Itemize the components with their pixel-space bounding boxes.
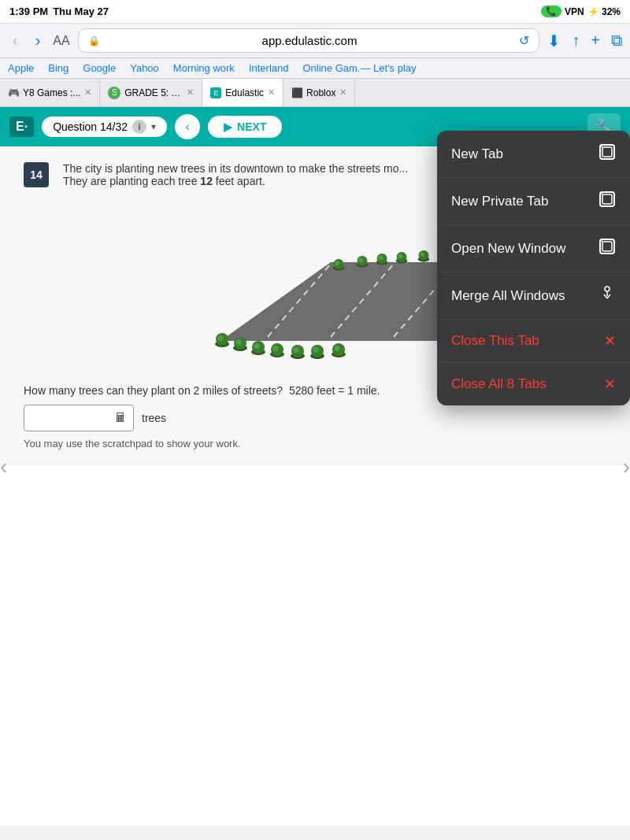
- dropdown-chevron-icon[interactable]: ▾: [151, 121, 156, 132]
- menu-item-merge-all-windows[interactable]: Merge All Windows: [437, 272, 630, 320]
- merge-all-windows-icon: [598, 285, 616, 306]
- new-tab-icon: [598, 143, 616, 165]
- answer-row: 🖩 trees: [24, 405, 606, 431]
- bookmark-bing[interactable]: Bing: [48, 62, 69, 74]
- close-this-tab-label: Close This Tab: [451, 333, 539, 349]
- tab-favicon-y8: 🎮: [8, 87, 19, 98]
- bookmark-interland[interactable]: Interland: [249, 62, 289, 74]
- scratchpad-note: You may use the scratchpad to show your …: [24, 438, 606, 450]
- tab-roblox[interactable]: ⬛ Roblox ✕: [284, 79, 355, 106]
- svg-rect-64: [602, 194, 612, 204]
- page-content: E· Question 14/32 ℹ ▾ ‹ ▶ NEXT 🔧 14 The …: [0, 107, 630, 826]
- svg-point-15: [254, 343, 259, 349]
- svg-point-43: [379, 255, 384, 260]
- bookmarks-bar: Apple Bing Google Yahoo Morning work Int…: [0, 58, 630, 79]
- url-display: app.edulastic.com: [105, 34, 515, 47]
- share-button[interactable]: ↑: [572, 31, 580, 50]
- open-new-window-icon: [598, 238, 616, 259]
- date-display: Thu May 27: [53, 6, 109, 17]
- svg-point-11: [235, 339, 241, 345]
- forward-button[interactable]: ›: [31, 30, 46, 51]
- tab-label-grade5: GRADE 5: T...: [124, 87, 183, 98]
- dropdown-menu: New Tab New Private Tab Open New Win: [437, 131, 630, 405]
- question-selector[interactable]: Question 14/32 ℹ ▾: [42, 117, 167, 137]
- bookmark-yahoo[interactable]: Yahoo: [130, 62, 159, 74]
- svg-rect-61: [602, 147, 612, 157]
- menu-item-close-all-tabs[interactable]: Close All 8 Tabs ✕: [437, 363, 630, 405]
- left-arrow-button[interactable]: ‹: [0, 454, 7, 479]
- merge-all-windows-label: Merge All Windows: [451, 288, 565, 304]
- menu-item-open-new-window[interactable]: Open New Window: [437, 225, 630, 272]
- reload-icon[interactable]: ↺: [519, 33, 529, 48]
- reader-view-button[interactable]: AA: [53, 34, 69, 48]
- info-button[interactable]: ℹ: [132, 120, 146, 134]
- tab-label-edulastic: Edulastic: [225, 87, 264, 98]
- svg-rect-67: [602, 242, 612, 251]
- svg-point-39: [359, 257, 364, 262]
- menu-item-new-tab[interactable]: New Tab: [437, 131, 630, 178]
- svg-point-19: [272, 346, 278, 351]
- question-text: The city is planting new trees in its do…: [63, 162, 408, 187]
- close-all-tabs-icon: ✕: [604, 376, 616, 393]
- tab-close-grade5[interactable]: ✕: [187, 87, 194, 98]
- time-display: 1:39 PM: [9, 6, 48, 17]
- new-private-tab-label: New Private Tab: [451, 194, 548, 209]
- tabs-bar: 🎮 Y8 Games :... ✕ S GRADE 5: T... ✕ E Ed…: [0, 79, 630, 107]
- address-bar[interactable]: 🔒 app.edulastic.com ↺: [78, 28, 540, 53]
- svg-point-35: [335, 261, 340, 265]
- bookmark-apple[interactable]: Apple: [8, 62, 34, 74]
- tab-edulastic[interactable]: E Edulastic ✕: [202, 79, 284, 106]
- tab-grade5[interactable]: S GRADE 5: T... ✕: [100, 79, 202, 106]
- question-number: 14: [24, 162, 49, 187]
- status-bar: 1:39 PM Thu May 27 📞 VPN ⚡ 32%: [0, 0, 630, 24]
- new-tab-button[interactable]: +: [591, 31, 600, 50]
- next-arrow-icon: ▶: [224, 120, 232, 133]
- menu-item-new-private-tab[interactable]: New Private Tab: [437, 178, 630, 225]
- tab-label-roblox: Roblox: [306, 87, 335, 98]
- tabs-overview-button[interactable]: ⧉: [611, 31, 622, 50]
- tab-y8[interactable]: 🎮 Y8 Games :... ✕: [0, 79, 100, 106]
- prev-question-button[interactable]: ‹: [175, 114, 200, 139]
- browser-toolbar: ‹ › AA 🔒 app.edulastic.com ↺ ⬇ ↑ + ⧉: [0, 24, 630, 58]
- next-question-button[interactable]: ▶ NEXT: [208, 116, 282, 138]
- menu-item-close-this-tab[interactable]: Close This Tab ✕: [437, 320, 630, 363]
- tab-favicon-roblox: ⬛: [291, 87, 302, 98]
- close-all-tabs-label: Close All 8 Tabs: [451, 376, 547, 392]
- svg-point-27: [313, 347, 318, 353]
- trees-label: trees: [142, 412, 166, 424]
- svg-point-7: [217, 335, 223, 341]
- bookmark-google[interactable]: Google: [83, 62, 116, 74]
- svg-point-51: [421, 252, 425, 257]
- toolbar-icons: ⬇ ↑ + ⧉: [547, 31, 622, 50]
- bookmark-morning-work[interactable]: Morning work: [173, 62, 235, 74]
- calculator-icon[interactable]: 🖩: [114, 411, 127, 425]
- tab-close-edulastic[interactable]: ✕: [268, 87, 275, 98]
- edulastic-logo: E·: [9, 117, 34, 137]
- tab-label-y8: Y8 Games :...: [23, 87, 80, 98]
- answer-input[interactable]: 🖩: [24, 405, 134, 431]
- svg-point-23: [293, 347, 298, 353]
- call-icon: 📞: [541, 6, 561, 17]
- vpn-indicator: VPN: [565, 6, 584, 17]
- tab-close-y8[interactable]: ✕: [84, 87, 91, 98]
- svg-point-69: [605, 287, 610, 291]
- download-button[interactable]: ⬇: [547, 31, 561, 50]
- tab-close-roblox[interactable]: ✕: [339, 87, 346, 98]
- svg-point-47: [398, 253, 403, 258]
- open-new-window-label: Open New Window: [451, 241, 566, 257]
- new-tab-label: New Tab: [451, 146, 503, 162]
- close-this-tab-icon: ✕: [604, 332, 616, 350]
- right-arrow-button[interactable]: ›: [623, 454, 630, 479]
- tab-favicon-edulastic: E: [210, 87, 221, 98]
- back-button[interactable]: ‹: [8, 30, 23, 51]
- tab-favicon-grade5: S: [108, 87, 120, 99]
- question-label: Question 14/32: [53, 120, 128, 133]
- lock-icon: 🔒: [88, 35, 100, 46]
- battery-indicator: ⚡ 32%: [587, 6, 621, 17]
- new-private-tab-icon: [598, 191, 616, 212]
- svg-point-31: [334, 346, 339, 351]
- bookmark-online-games[interactable]: Online Gam.— Let's play: [302, 62, 416, 74]
